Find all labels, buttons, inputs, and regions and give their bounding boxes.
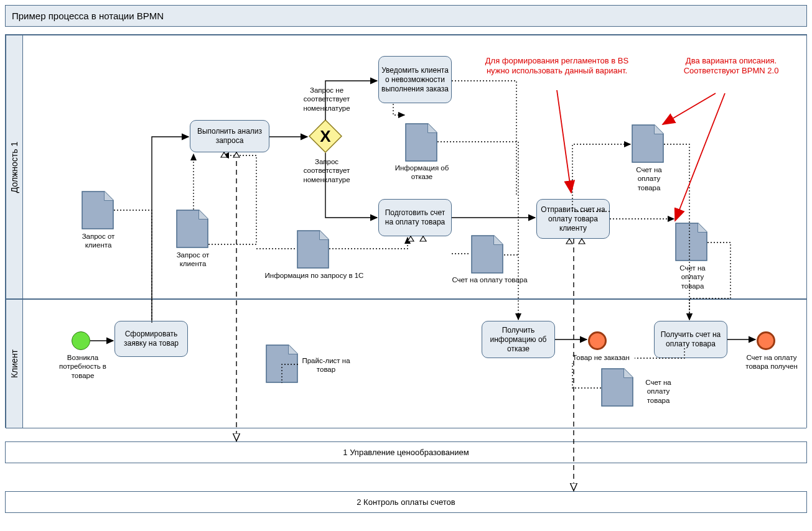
task-get-invoice: Получить счет на оплату товара bbox=[654, 321, 727, 358]
doc-request-1 bbox=[82, 191, 114, 229]
doc-invoice-3 bbox=[675, 223, 707, 261]
subprocess-1: 1 Управление ценообразованием bbox=[5, 441, 807, 463]
annotation-red-1: Для формирования регламентов в BS нужно … bbox=[479, 56, 635, 76]
pool-title: Пример процесса в нотации BPMN bbox=[5, 5, 807, 27]
doc-request-2-label: Запрос от клиента bbox=[166, 251, 220, 269]
doc-request-2 bbox=[176, 210, 208, 248]
start-event-label: Возникла потребность в товаре bbox=[55, 353, 111, 380]
task-prepare-invoice: Подготовить счет на оплату товара bbox=[378, 199, 452, 236]
gateway-xor: X bbox=[309, 119, 342, 153]
task-send-invoice: Отправить счет на оплату товара клиенту bbox=[536, 199, 610, 239]
subprocess-2: 2 Контроль оплаты счетов bbox=[5, 491, 807, 513]
doc-invoice-4 bbox=[601, 368, 633, 407]
lane-2-label: Клиент bbox=[9, 349, 19, 378]
end-event-rejected-label: Товар не заказан bbox=[570, 353, 632, 362]
doc-invoice-2-label: Счет на оплату товара bbox=[625, 165, 673, 192]
doc-invoice-1-label: Счет на оплату товара bbox=[449, 275, 530, 284]
subprocess-1-label: 1 Управление ценообразованием bbox=[343, 448, 469, 457]
doc-reject-info bbox=[405, 123, 437, 162]
bpmn-diagram: Пример процесса в нотации BPMN Должность… bbox=[0, 0, 812, 531]
end-event-invoice bbox=[757, 331, 775, 350]
gateway-label-yes: Запрос соответствует номенклатуре bbox=[294, 157, 360, 184]
lane-header-2: Клиент bbox=[6, 299, 23, 428]
doc-info-1c-label: Информация по запросу в 1С bbox=[258, 271, 370, 280]
pool-title-text: Пример процесса в нотации BPMN bbox=[12, 11, 164, 21]
doc-reject-info-label: Информация об отказе bbox=[392, 164, 452, 182]
end-event-rejected bbox=[588, 331, 607, 350]
doc-invoice-3-label: Счет на оплату товара bbox=[669, 264, 716, 290]
annotation-red-2: Два варианта описания. Соответствуют BPM… bbox=[669, 56, 793, 76]
doc-invoice-4-label: Счет на оплату товара bbox=[637, 378, 680, 405]
doc-pricelist bbox=[266, 344, 298, 383]
task-get-reject: Получить информацию об отказе bbox=[482, 321, 555, 358]
doc-invoice-2 bbox=[632, 124, 664, 163]
start-event bbox=[72, 331, 90, 350]
lane-body-2 bbox=[23, 299, 806, 428]
lane-1-label: Должность 1 bbox=[9, 141, 19, 193]
gateway-label-no: Запрос не соответствует номенклатуре bbox=[294, 86, 360, 113]
task-analyze: Выполнить анализ запроса bbox=[190, 120, 269, 152]
task-notify-reject: Уведомить клиента о невозможности выполн… bbox=[378, 56, 452, 103]
end-event-invoice-label: Счет на оплату товара получен bbox=[740, 353, 803, 371]
doc-request-1-label: Запрос от клиента bbox=[72, 232, 125, 250]
doc-info-1c bbox=[297, 230, 329, 269]
subprocess-2-label: 2 Контроль оплаты счетов bbox=[357, 497, 455, 507]
doc-pricelist-label: Прайс-лист на товар bbox=[301, 356, 351, 374]
task-form-request: Сформировать заявку на товар bbox=[114, 321, 188, 357]
lane-header-1: Должность 1 bbox=[6, 35, 23, 299]
doc-invoice-1 bbox=[471, 235, 503, 274]
